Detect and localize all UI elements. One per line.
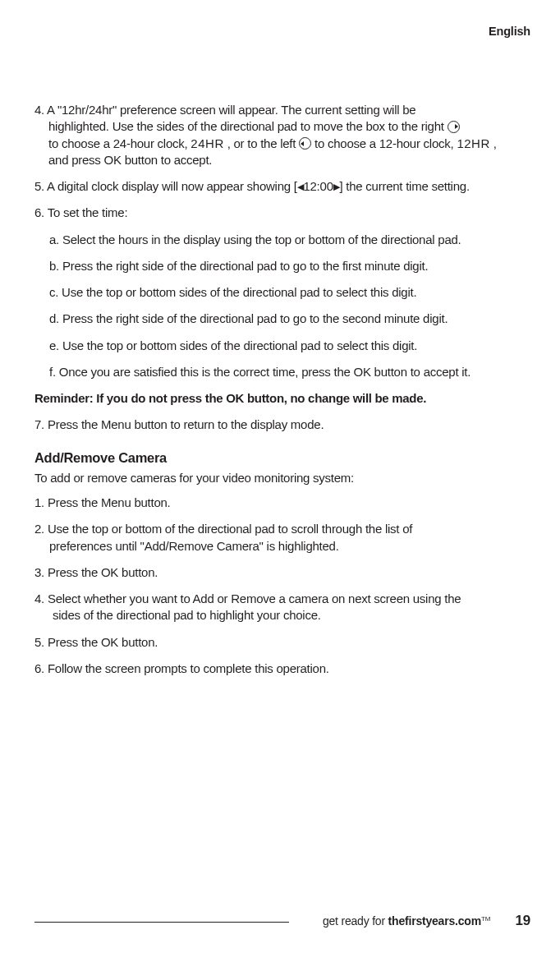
step-6f: f. Once you are satisfied this is the co… [49, 364, 530, 380]
page-footer: get ready for thefirstyears.comTM19 [34, 913, 530, 931]
dpad-right-icon [448, 121, 460, 133]
label-12hr: 12HR [457, 136, 489, 150]
camera-step-2: 2. Use the top or bottom of the directio… [34, 521, 530, 555]
language-header: English [34, 25, 530, 38]
camera-step-4-line1: 4. Select whether you want to Add or Rem… [34, 591, 461, 605]
footer-tagline-bold: thefirstyears.com [388, 914, 481, 927]
footer-text: get ready for thefirstyears.comTM19 [323, 913, 530, 929]
step-6a: a. Select the hours in the display using… [49, 232, 530, 248]
step-6c: c. Use the top or bottom sides of the di… [49, 284, 530, 301]
step-5-time: 12:00 [303, 179, 333, 193]
step-4-line3-end: , [490, 136, 497, 150]
step-6e: e. Use the top or bottom sides of the di… [49, 338, 530, 354]
page-body: 4. A "12hr/24hr" preference screen will … [34, 102, 530, 677]
label-24hr: 24HR [190, 136, 223, 150]
step-4: 4. A "12hr/24hr" preference screen will … [34, 102, 530, 168]
step-4-line3-post: to choose a 12-hour clock, [311, 136, 457, 150]
footer-tagline-pre: get ready for [323, 914, 388, 927]
step-4-line2-pre: highlighted. Use the sides of the direct… [48, 119, 448, 133]
footer-tm: TM [481, 915, 491, 923]
camera-step-4: 4. Select whether you want to Add or Rem… [34, 591, 530, 624]
camera-step-5: 5. Press the OK button. [34, 634, 530, 651]
step-4-line4: and press OK button to accept. [48, 152, 530, 168]
footer-divider [34, 922, 289, 923]
step-6: 6. To set the time: [34, 205, 530, 221]
camera-step-2-line2: preferences until "Add/Remove Camera" is… [49, 538, 530, 555]
camera-step-1: 1. Press the Menu button. [34, 495, 530, 511]
section-heading-camera: Add/Remove Camera [34, 449, 530, 467]
camera-step-3: 3. Press the OK button. [34, 564, 530, 581]
step-7: 7. Press the Menu button to return to th… [34, 417, 530, 433]
step-4-line3-mid: , or to the left [224, 136, 299, 150]
camera-step-2-line1: 2. Use the top or bottom of the directio… [34, 522, 412, 536]
page-number: 19 [515, 913, 530, 928]
step-5-post: ] the current time setting. [339, 179, 469, 193]
dpad-left-icon [299, 137, 311, 150]
step-4-line3-pre: to choose a 24-hour clock, [48, 136, 190, 150]
step-5-pre: 5. A digital clock display will now appe… [34, 179, 297, 193]
reminder-text: Reminder: If you do not press the OK but… [34, 390, 530, 407]
camera-step-4-line2: sides of the directional pad to highligh… [53, 607, 530, 624]
step-6b: b. Press the right side of the direction… [49, 258, 530, 274]
camera-step-6: 6. Follow the screen prompts to complete… [34, 661, 530, 677]
step-6d: d. Press the right side of the direction… [49, 311, 530, 327]
step-5: 5. A digital clock display will now appe… [34, 178, 530, 195]
camera-intro: To add or remove cameras for your video … [34, 470, 530, 486]
step-4-line1: 4. A "12hr/24hr" preference screen will … [34, 103, 415, 117]
